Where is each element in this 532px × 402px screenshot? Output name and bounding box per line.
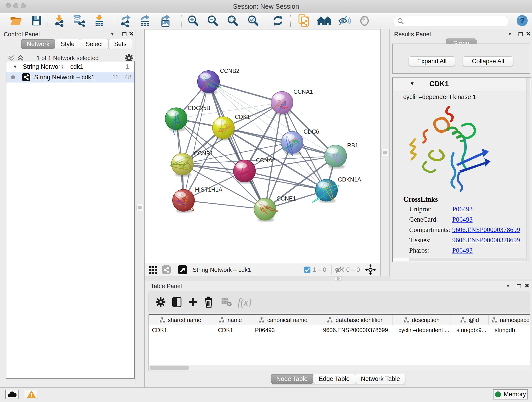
table-cell[interactable]: CDK1 <box>212 325 249 335</box>
node-cdk1[interactable]: CDK1 <box>212 114 250 140</box>
node-ccnb2[interactable]: CCNB2 <box>197 68 239 94</box>
float-panel-icon[interactable] <box>122 32 127 36</box>
selected-checkbox-icon[interactable] <box>304 266 311 273</box>
memory-button[interactable]: Memory <box>493 389 528 400</box>
expand-all-button[interactable]: Expand All <box>409 56 455 66</box>
column-header--id[interactable]: @id <box>450 315 489 325</box>
tab-sets[interactable]: Sets <box>108 39 132 49</box>
tab-node-table[interactable]: Node Table <box>271 374 313 384</box>
tab-style[interactable]: Style <box>55 39 80 49</box>
grid-view-icon[interactable] <box>149 265 158 274</box>
import-network-database-button[interactable] <box>73 14 85 28</box>
panel-menu-icon[interactable]: ▼ <box>506 283 510 288</box>
warnings-button[interactable] <box>25 390 38 399</box>
left-splitter-grabber[interactable] <box>136 204 143 211</box>
column-header-namespace[interactable]: namespace <box>489 315 530 325</box>
appearance-eye-button[interactable] <box>359 15 370 27</box>
entry-collapse-icon[interactable]: ▼ <box>410 81 415 87</box>
results-vertical-scrollbar[interactable] <box>526 78 530 262</box>
export-image-button[interactable] <box>160 14 171 28</box>
pan-crosshair-icon[interactable] <box>365 264 376 275</box>
table-cell[interactable]: cyclin–dependent ... <box>393 325 450 335</box>
string-visibility-button[interactable] <box>338 15 351 27</box>
node-cdc6[interactable]: CDC6 <box>281 128 319 156</box>
delete-column-trash-icon[interactable] <box>204 297 213 307</box>
node-ccne1[interactable]: CCNE1 <box>254 195 296 222</box>
right-splitter-grabber[interactable] <box>381 149 388 156</box>
node-ccnb1[interactable]: CCNB1 <box>171 150 213 177</box>
hidden-eye-icon[interactable] <box>335 266 344 274</box>
tab-select[interactable]: Select <box>80 39 109 49</box>
collapse-all-button[interactable]: Collapse All <box>463 56 513 66</box>
table-settings-gear-icon[interactable] <box>156 297 166 307</box>
tab-network-table[interactable]: Network Table <box>355 374 406 384</box>
bottom-splitter-grabber[interactable] <box>335 276 342 281</box>
delete-table-icon[interactable] <box>221 297 232 307</box>
zoom-fit-button[interactable] <box>227 15 239 27</box>
cloud-button[interactable] <box>5 390 19 399</box>
function-builder-button[interactable]: f(x) <box>238 296 252 308</box>
float-panel-icon[interactable] <box>517 284 521 288</box>
column-header-name[interactable]: name <box>212 315 249 325</box>
string-import-button[interactable] <box>298 14 310 28</box>
close-panel-icon[interactable]: × <box>526 29 531 38</box>
table-row[interactable]: CDK1CDK1P064939606.ENSP00000378699cyclin… <box>149 325 530 335</box>
network-collection-row[interactable]: ▼ String Network – cdk1 1 <box>6 61 134 72</box>
zoom-selected-button[interactable] <box>247 15 259 27</box>
zoom-out-button[interactable] <box>207 15 219 27</box>
tree-expand-icon[interactable]: ▼ <box>13 64 17 70</box>
network-view-mode-icon[interactable] <box>162 265 171 274</box>
float-panel-icon[interactable] <box>519 32 523 36</box>
edge-H1-E1[interactable] <box>184 200 265 209</box>
table-cell[interactable]: CDK1 <box>149 325 212 335</box>
tab-edge-table[interactable]: Edge Table <box>313 374 355 384</box>
attribute-icon <box>219 317 225 323</box>
crosslink-link[interactable]: P06493 <box>452 216 473 226</box>
search-input[interactable] <box>407 18 508 25</box>
entry-name: CDK1 <box>429 80 449 88</box>
control-panel: Control Panel ▼ × NetworkStyleSelectSets… <box>0 29 135 387</box>
network-graph[interactable]: CCNB2CCNA1CDC25BCDK1CDC6RB1CCNB1CCNA2CDK… <box>145 30 380 263</box>
entry-header[interactable]: ▼ CDK1 <box>393 78 531 90</box>
panel-menu-icon[interactable]: ▼ <box>110 32 114 37</box>
tab-network[interactable]: Network <box>21 39 55 49</box>
results-horizontal-scrollbar[interactable] <box>393 258 527 261</box>
column-label: shared name <box>168 317 201 323</box>
zoom-in-button[interactable] <box>187 15 199 27</box>
help-button[interactable]: ? <box>516 15 528 27</box>
column-header-description[interactable]: description <box>393 315 450 325</box>
column-header-shared-name[interactable]: shared name <box>149 315 212 325</box>
save-session-button[interactable] <box>31 15 42 27</box>
open-session-button[interactable] <box>10 15 22 27</box>
node-cdc25b[interactable]: CDC25B <box>165 105 210 134</box>
crosslink-link[interactable]: 9606.ENSP00000378699 <box>452 226 520 236</box>
crosslink-link[interactable]: P06493 <box>452 247 473 257</box>
import-table-file-button[interactable] <box>94 14 105 28</box>
crosslink-link[interactable]: 9606.ENSP00000378699 <box>452 236 520 247</box>
table-cell[interactable]: stringdb:9... <box>450 325 489 335</box>
export-network-button[interactable] <box>120 14 132 28</box>
close-panel-icon[interactable]: × <box>129 29 133 38</box>
crosslink-link[interactable]: P06493 <box>452 205 473 216</box>
detach-view-icon[interactable] <box>177 265 188 275</box>
network-view-canvas[interactable]: CCNB2CCNA1CDC25BCDK1CDC6RB1CCNB1CCNA2CDK… <box>145 30 380 263</box>
export-table-button[interactable] <box>139 14 151 28</box>
node-hist1h1a[interactable]: HIST1H1A <box>172 186 222 213</box>
table-cell[interactable]: 9606.ENSP00000378699 <box>317 325 393 335</box>
column-header-database-identifier[interactable]: database identifier <box>317 315 393 325</box>
string-home-button[interactable] <box>317 15 331 27</box>
network-row-selected[interactable]: String Network – cdk1 11 48 <box>6 72 134 83</box>
column-header-canonical-name[interactable]: canonical name <box>249 315 317 325</box>
table-cell[interactable]: P06493 <box>249 325 317 335</box>
show-columns-icon[interactable] <box>172 297 182 307</box>
refresh-button[interactable] <box>272 15 284 27</box>
table-horizontal-scrollbar[interactable] <box>149 365 530 370</box>
node-rb1[interactable]: RB1 <box>325 142 358 169</box>
add-column-plus-icon[interactable] <box>188 297 198 307</box>
node-ccna1[interactable]: CCNA1 <box>271 89 313 115</box>
import-network-file-button[interactable] <box>54 14 65 28</box>
table-cell[interactable]: stringdb <box>489 325 530 335</box>
network-nodes[interactable]: CCNB2CCNA1CDC25BCDK1CDC6RB1CCNB1CCNA2CDK… <box>165 68 361 222</box>
panel-menu-icon[interactable]: ▼ <box>508 32 512 37</box>
close-panel-icon[interactable]: × <box>525 281 529 290</box>
